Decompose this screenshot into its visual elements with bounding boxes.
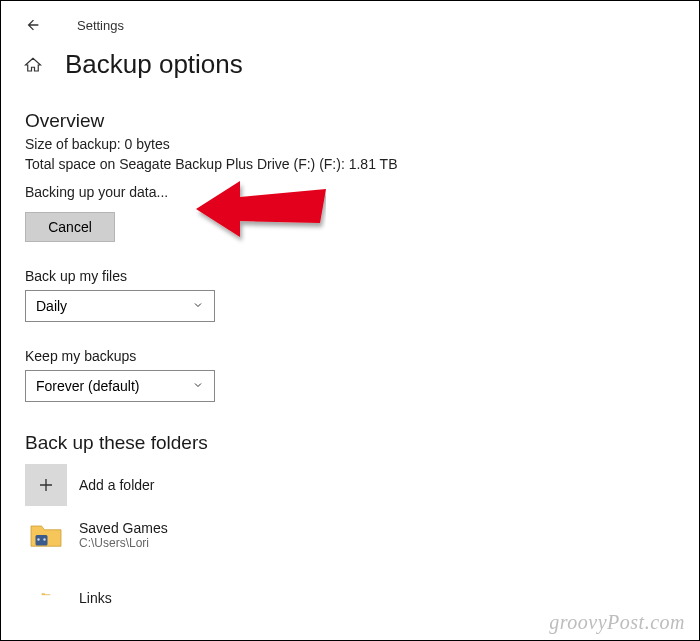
svg-rect-0 [36,535,48,546]
frequency-value: Daily [36,298,67,314]
svg-point-2 [43,538,45,540]
chevron-down-icon [192,298,204,314]
app-title: Settings [77,18,124,33]
plus-icon [25,464,67,506]
arrow-left-icon [25,17,41,33]
drive-space: Total space on Seagate Backup Plus Drive… [25,156,675,172]
frequency-select[interactable]: Daily [25,290,215,322]
frequency-label: Back up my files [25,268,675,284]
folder-item[interactable]: Links [25,564,675,606]
overview-heading: Overview [25,110,675,132]
home-icon [19,51,47,79]
cancel-button[interactable]: Cancel [25,212,115,242]
folder-name: Links [79,590,112,606]
links-folder-icon [25,564,67,606]
svg-point-1 [37,538,39,540]
folder-item[interactable]: Saved Games C:\Users\Lori [25,514,675,556]
saved-games-folder-icon [25,514,67,556]
add-folder-button[interactable]: Add a folder [25,464,675,506]
folders-heading: Back up these folders [25,432,675,454]
folder-name: Saved Games [79,520,168,536]
watermark: groovyPost.com [549,611,685,634]
backup-status: Backing up your data... [25,184,675,200]
backup-size: Size of backup: 0 bytes [25,136,675,152]
back-button[interactable] [19,11,47,39]
retention-value: Forever (default) [36,378,139,394]
page-title: Backup options [65,49,243,80]
retention-select[interactable]: Forever (default) [25,370,215,402]
retention-label: Keep my backups [25,348,675,364]
chevron-down-icon [192,378,204,394]
add-folder-label: Add a folder [79,477,155,493]
folder-path: C:\Users\Lori [79,536,168,550]
